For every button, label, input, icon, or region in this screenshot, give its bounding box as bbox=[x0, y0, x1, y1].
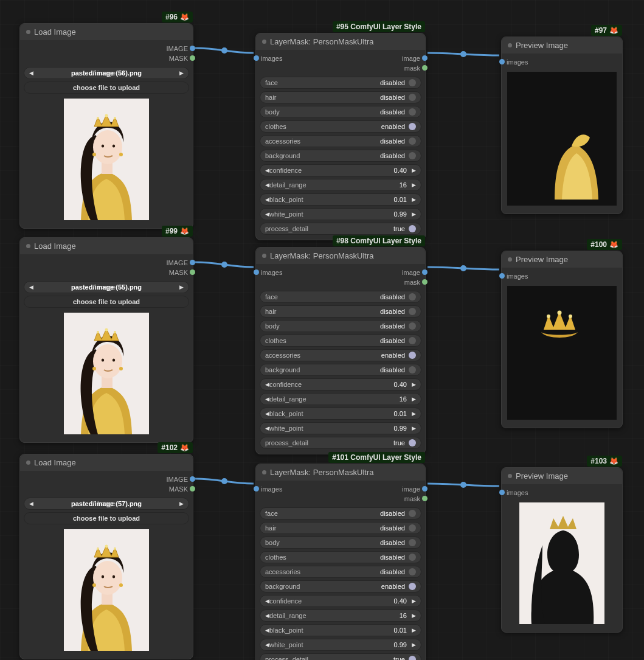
chevron-right-icon[interactable]: ▶ bbox=[412, 598, 416, 604]
output-port[interactable] bbox=[190, 55, 195, 61]
node-title[interactable]: Preview Image bbox=[502, 251, 622, 268]
input-port[interactable] bbox=[254, 486, 259, 492]
chevron-left-icon[interactable]: ◀ bbox=[29, 70, 33, 76]
image-combo[interactable]: ◀ image pasted/image (57).png ▶ bbox=[24, 498, 189, 510]
number-confidence[interactable]: ◀ confidence 0.40 ▶ bbox=[260, 595, 421, 607]
node-title[interactable]: LayerMask: PersonMaskUltra bbox=[256, 33, 425, 50]
chevron-left-icon[interactable]: ◀ bbox=[265, 411, 269, 417]
chevron-left-icon[interactable]: ◀ bbox=[265, 182, 269, 188]
chevron-left-icon[interactable]: ◀ bbox=[265, 627, 269, 633]
load-image-node[interactable]: #102🦊Load ImageIMAGEMASK◀ image pasted/i… bbox=[19, 454, 193, 659]
person-mask-ultra-node[interactable]: #101 ComfyUI Layer StyleLayerMask: Perso… bbox=[255, 464, 426, 660]
number-confidence[interactable]: ◀ confidence 0.40 ▶ bbox=[260, 378, 421, 391]
choose-file-button[interactable]: choose file to upload bbox=[24, 512, 189, 524]
load-image-node[interactable]: #96🦊Load ImageIMAGEMASK◀ image pasted/im… bbox=[19, 23, 193, 229]
chevron-left-icon[interactable]: ◀ bbox=[265, 396, 269, 402]
toggle-body[interactable]: body disabled bbox=[260, 106, 421, 118]
chevron-right-icon[interactable]: ▶ bbox=[412, 411, 416, 417]
input-port[interactable] bbox=[254, 269, 259, 275]
output-port[interactable] bbox=[422, 55, 428, 61]
toggle-body[interactable]: body disabled bbox=[260, 537, 421, 549]
toggle-hair[interactable]: hair disabled bbox=[260, 522, 421, 534]
toggle-background[interactable]: background disabled bbox=[260, 364, 421, 376]
chevron-right-icon[interactable]: ▶ bbox=[412, 627, 416, 633]
chevron-right-icon[interactable]: ▶ bbox=[412, 613, 416, 619]
toggle-background[interactable]: background disabled bbox=[260, 150, 421, 162]
chevron-right-icon[interactable]: ▶ bbox=[179, 501, 184, 507]
toggle-process-detail[interactable]: process_detail true bbox=[260, 223, 421, 235]
toggle-face[interactable]: face disabled bbox=[260, 291, 421, 303]
output-port[interactable] bbox=[422, 65, 428, 71]
number-detail_range[interactable]: ◀ detail_range 16 ▶ bbox=[260, 610, 421, 622]
number-black_point[interactable]: ◀ black_point 0.01 ▶ bbox=[260, 193, 421, 206]
preview-image-node[interactable]: #100🦊Preview Image images bbox=[501, 251, 623, 428]
chevron-right-icon[interactable]: ▶ bbox=[412, 381, 416, 387]
choose-file-button[interactable]: choose file to upload bbox=[24, 296, 189, 308]
toggle-accessories[interactable]: accessories disabled bbox=[260, 135, 421, 147]
toggle-background[interactable]: background enabled bbox=[260, 580, 421, 592]
preview-image-node[interactable]: #103🦊Preview Image images bbox=[501, 467, 623, 633]
number-white_point[interactable]: ◀ white_point 0.99 ▶ bbox=[260, 639, 421, 651]
output-port[interactable] bbox=[190, 476, 195, 482]
toggle-hair[interactable]: hair disabled bbox=[260, 91, 421, 103]
node-title[interactable]: Load Image bbox=[20, 24, 193, 40]
chevron-left-icon[interactable]: ◀ bbox=[265, 642, 269, 648]
person-mask-ultra-node[interactable]: #95 ComfyUI Layer StyleLayerMask: Person… bbox=[255, 33, 426, 240]
output-port[interactable] bbox=[190, 486, 195, 492]
chevron-right-icon[interactable]: ▶ bbox=[412, 167, 416, 173]
person-mask-ultra-node[interactable]: #98 ComfyUI Layer StyleLayerMask: Person… bbox=[255, 247, 426, 454]
output-port[interactable] bbox=[422, 496, 428, 501]
choose-file-button[interactable]: choose file to upload bbox=[24, 82, 189, 94]
chevron-left-icon[interactable]: ◀ bbox=[29, 284, 33, 290]
chevron-right-icon[interactable]: ▶ bbox=[179, 284, 184, 290]
node-title[interactable]: Preview Image bbox=[502, 37, 622, 54]
number-detail_range[interactable]: ◀ detail_range 16 ▶ bbox=[260, 393, 421, 405]
number-confidence[interactable]: ◀ confidence 0.40 ▶ bbox=[260, 164, 421, 176]
toggle-body[interactable]: body disabled bbox=[260, 320, 421, 332]
chevron-right-icon[interactable]: ▶ bbox=[412, 211, 416, 217]
chevron-left-icon[interactable]: ◀ bbox=[29, 501, 33, 507]
node-title[interactable]: Load Image bbox=[20, 238, 193, 254]
chevron-right-icon[interactable]: ▶ bbox=[179, 70, 184, 76]
chevron-left-icon[interactable]: ◀ bbox=[265, 425, 269, 431]
toggle-face[interactable]: face disabled bbox=[260, 507, 421, 519]
image-combo[interactable]: ◀ image pasted/image (55).png ▶ bbox=[24, 281, 189, 293]
chevron-left-icon[interactable]: ◀ bbox=[265, 381, 269, 387]
chevron-left-icon[interactable]: ◀ bbox=[265, 167, 269, 173]
node-title[interactable]: Load Image bbox=[20, 454, 193, 471]
chevron-right-icon[interactable]: ▶ bbox=[412, 196, 416, 203]
number-black_point[interactable]: ◀ black_point 0.01 ▶ bbox=[260, 624, 421, 636]
image-combo[interactable]: ◀ image pasted/image (56).png ▶ bbox=[24, 67, 189, 79]
node-title[interactable]: Preview Image bbox=[502, 468, 622, 484]
toggle-process-detail[interactable]: process_detail true bbox=[260, 437, 421, 449]
node-title[interactable]: LayerMask: PersonMaskUltra bbox=[256, 464, 425, 481]
output-port[interactable] bbox=[422, 279, 428, 285]
toggle-clothes[interactable]: clothes enabled bbox=[260, 120, 421, 133]
input-port[interactable] bbox=[499, 59, 505, 64]
number-white_point[interactable]: ◀ white_point 0.99 ▶ bbox=[260, 208, 421, 220]
number-detail_range[interactable]: ◀ detail_range 16 ▶ bbox=[260, 179, 421, 191]
input-port[interactable] bbox=[254, 55, 259, 61]
chevron-right-icon[interactable]: ▶ bbox=[412, 642, 416, 648]
number-black_point[interactable]: ◀ black_point 0.01 ▶ bbox=[260, 408, 421, 420]
toggle-clothes[interactable]: clothes disabled bbox=[260, 551, 421, 563]
toggle-accessories[interactable]: accessories disabled bbox=[260, 566, 421, 578]
input-port[interactable] bbox=[499, 490, 505, 495]
toggle-accessories[interactable]: accessories enabled bbox=[260, 349, 421, 361]
chevron-right-icon[interactable]: ▶ bbox=[412, 425, 416, 431]
chevron-left-icon[interactable]: ◀ bbox=[265, 196, 269, 203]
preview-image-node[interactable]: #97🦊Preview Image images bbox=[501, 36, 623, 214]
output-port[interactable] bbox=[190, 46, 195, 51]
toggle-clothes[interactable]: clothes disabled bbox=[260, 335, 421, 347]
toggle-hair[interactable]: hair disabled bbox=[260, 305, 421, 318]
output-port[interactable] bbox=[190, 269, 195, 275]
chevron-right-icon[interactable]: ▶ bbox=[412, 182, 416, 188]
number-white_point[interactable]: ◀ white_point 0.99 ▶ bbox=[260, 422, 421, 434]
output-port[interactable] bbox=[190, 260, 195, 265]
toggle-face[interactable]: face disabled bbox=[260, 77, 421, 89]
toggle-process-detail[interactable]: process_detail true bbox=[260, 653, 421, 660]
load-image-node[interactable]: #99🦊Load ImageIMAGEMASK◀ image pasted/im… bbox=[19, 237, 193, 443]
output-port[interactable] bbox=[422, 269, 428, 275]
chevron-left-icon[interactable]: ◀ bbox=[265, 598, 269, 604]
chevron-left-icon[interactable]: ◀ bbox=[265, 613, 269, 619]
